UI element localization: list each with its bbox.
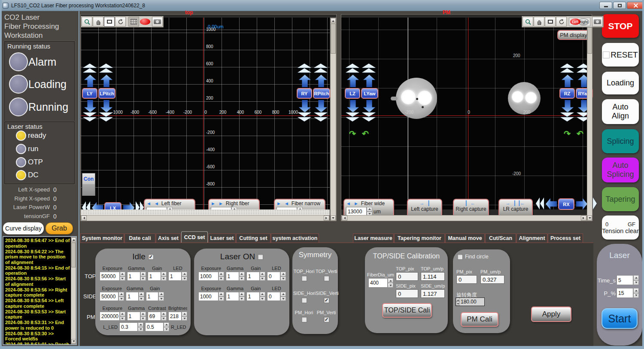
tab-tapering-monitor[interactable]: Tapering monitor	[394, 234, 445, 243]
time-spinner[interactable]	[633, 275, 639, 285]
pm-hori-checkbox[interactable]	[301, 317, 307, 322]
left-camera-hscroll[interactable]	[81, 215, 330, 221]
tab-system-activation[interactable]: system activation	[271, 234, 319, 243]
laseron-side-exposure[interactable]: 1000	[198, 292, 219, 301]
fiberdia-value[interactable]: 400	[368, 278, 388, 288]
ry-fast-up-arrow[interactable]	[298, 63, 311, 73]
rz-button[interactable]: RZ	[560, 88, 574, 98]
top-pix-value[interactable]: 0	[396, 272, 418, 281]
apply-button[interactable]: Apply	[531, 307, 571, 322]
lyaw-fast-up-arrow[interactable]	[362, 63, 376, 73]
curve-display-button[interactable]: Curve display	[3, 222, 44, 234]
lyaw-button[interactable]: LYaw	[361, 88, 378, 98]
rpitch-button[interactable]: RPitch	[313, 88, 330, 98]
left-camera-vscroll[interactable]	[330, 18, 336, 221]
auto-splicing-button[interactable]: Auto Splicing	[602, 158, 639, 182]
idle-top-exposure[interactable]: 50000	[100, 272, 120, 281]
lz-fast-down-arrow[interactable]	[346, 112, 359, 122]
snapshot-button[interactable]	[592, 17, 603, 27]
power-value[interactable]: 15	[617, 288, 633, 298]
rpitch-fast-down-arrow[interactable]	[314, 112, 328, 122]
rx-button[interactable]: RX	[559, 199, 574, 209]
side-ump-value[interactable]: 1.127	[421, 289, 445, 298]
laser-on-checkbox[interactable]	[258, 254, 263, 260]
log-scrollbar[interactable]	[71, 237, 76, 344]
rx-fast-left-arrow[interactable]	[535, 197, 544, 209]
r-led-value[interactable]: 0.5	[145, 322, 164, 331]
zoom-tool-button[interactable]	[522, 17, 533, 27]
tab-laser-set[interactable]: Laser set	[208, 234, 236, 243]
tab-cutting-set[interactable]: Cutting set	[236, 234, 270, 243]
top-verti-checkbox[interactable]	[324, 276, 329, 281]
pm-ump-value[interactable]: 0.327	[480, 275, 504, 284]
loading-button[interactable]: Loading	[602, 72, 639, 94]
topside-cali-button[interactable]: TOP/SIDE Cali	[382, 303, 432, 318]
idle-side-gamma[interactable]: 1	[126, 292, 138, 301]
ry-fast-down-arrow[interactable]	[298, 112, 311, 122]
zoom-tool-button[interactable]	[82, 17, 92, 27]
laseron-top-led[interactable]: 0	[267, 272, 280, 281]
tension-clear-button[interactable]: 0 GF Tension clear	[602, 215, 639, 240]
ry-button[interactable]: RY	[297, 88, 312, 98]
tab-cut-scan[interactable]: Cut/Scan	[485, 234, 516, 243]
rz-fast-down-arrow[interactable]	[560, 112, 574, 122]
left-view-toggle[interactable]: Left	[570, 18, 580, 25]
right-camera-view[interactable]	[341, 18, 587, 209]
lpitch-button[interactable]: LPitch	[99, 88, 115, 98]
laseron-top-exposure[interactable]: 1000	[198, 272, 219, 281]
left-rotate-ccw-arrow[interactable]: ↶	[362, 129, 369, 139]
rotate-tool-button[interactable]	[115, 17, 126, 27]
power-spinner[interactable]	[633, 288, 639, 298]
idle-top-gamma[interactable]: 1	[127, 272, 140, 281]
minimize-button[interactable]	[599, 2, 612, 9]
right-rotate-cw-arrow[interactable]: ↷	[564, 129, 571, 139]
idle-checkbox[interactable]	[148, 254, 154, 260]
tab-process-set[interactable]: Process set	[548, 234, 583, 243]
pm-cali-button[interactable]: PM Cali	[461, 312, 498, 327]
laseron-side-gamma[interactable]: 1	[226, 292, 239, 301]
ly-fast-down-arrow[interactable]	[83, 112, 97, 122]
lpitch-fast-up-arrow[interactable]	[99, 63, 113, 73]
l-led-value[interactable]: 0.3	[119, 322, 138, 331]
laseron-side-led[interactable]: 0	[267, 292, 280, 301]
lz-button[interactable]: LZ	[345, 88, 360, 98]
tab-ccd-set[interactable]: CCD set	[181, 231, 208, 243]
close-button[interactable]	[627, 2, 644, 9]
tab-date-cali[interactable]: Date cali	[125, 234, 155, 243]
rect-select-tool-button[interactable]	[545, 17, 556, 27]
lpitch-fast-down-arrow[interactable]	[99, 112, 113, 122]
splicing-button[interactable]: Splicing	[602, 129, 639, 153]
rpitch-fast-up-arrow[interactable]	[314, 63, 328, 73]
idle-pm-gamma[interactable]: 1	[127, 312, 140, 321]
fiber-wide-value[interactable]: 13000	[346, 207, 367, 216]
laseron-top-gain[interactable]: 1	[246, 272, 260, 281]
snapshot-button[interactable]	[152, 17, 163, 27]
pm-display-button[interactable]: PM display	[557, 30, 590, 40]
laseron-top-gamma[interactable]: 1	[226, 272, 239, 281]
pm-pix-value[interactable]: 0	[456, 275, 477, 284]
time-value[interactable]: 5	[617, 275, 633, 285]
right-rotate-ccw-arrow[interactable]: ↶	[577, 129, 583, 139]
tab-laser-measure[interactable]: Laser measure	[353, 234, 394, 243]
con-control[interactable]: Con	[82, 173, 95, 196]
maximize-button[interactable]	[613, 2, 626, 9]
reset-checkbox[interactable]	[603, 52, 610, 58]
rect-select-tool-button[interactable]	[104, 17, 115, 27]
stop-button[interactable]: STOP	[602, 14, 639, 38]
side-verti-checkbox[interactable]	[324, 297, 329, 303]
ly-button[interactable]: LY	[82, 88, 97, 98]
idle-top-gain[interactable]: 1	[148, 272, 161, 281]
left-rotate-cw-arrow[interactable]: ↷	[349, 129, 356, 139]
auto-align-button[interactable]: Auto Align	[602, 99, 639, 124]
reset-button[interactable]: RESET	[602, 43, 639, 67]
grid-capture-button[interactable]	[128, 17, 139, 27]
right-camera-vscroll[interactable]	[587, 18, 592, 221]
rotate-tool-button[interactable]	[556, 17, 567, 27]
tab-axis-set[interactable]: Axis set	[156, 234, 181, 243]
idle-side-exposure[interactable]: 50000	[100, 292, 118, 301]
top-hori-checkbox[interactable]	[301, 276, 307, 281]
top-ump-value[interactable]: 1.114	[421, 272, 445, 281]
ly-fast-up-arrow[interactable]	[83, 63, 97, 73]
laseron-side-gain[interactable]: 1	[246, 292, 260, 301]
start-button[interactable]: Start	[601, 308, 638, 329]
